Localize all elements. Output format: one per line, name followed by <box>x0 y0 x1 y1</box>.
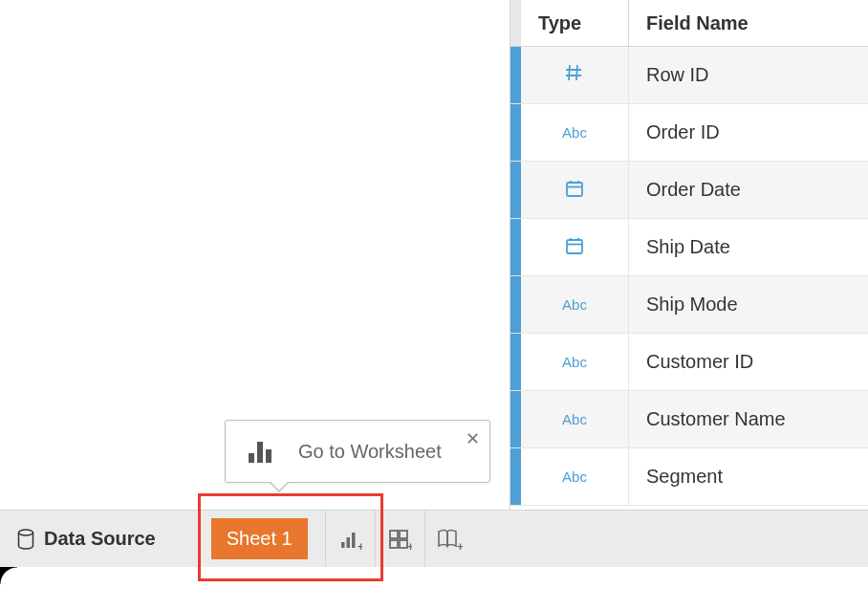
svg-rect-14 <box>400 531 407 538</box>
number-icon <box>565 63 584 87</box>
svg-point-8 <box>19 530 33 535</box>
go-to-worksheet-tooltip: Go to Worksheet ✕ <box>225 420 490 483</box>
new-story-button[interactable]: + <box>424 511 474 568</box>
table-row[interactable]: AbcSegment <box>510 448 868 506</box>
calendar-icon <box>565 179 584 202</box>
type-cell: Abc <box>521 276 629 333</box>
table-row[interactable]: Ship Date <box>510 219 868 276</box>
table-row[interactable]: AbcOrder ID <box>510 104 868 162</box>
field-name-cell: Customer ID <box>629 334 868 390</box>
column-header-field-name[interactable]: Field Name <box>629 0 868 46</box>
text-icon: Abc <box>562 354 587 370</box>
svg-rect-16 <box>400 540 407 548</box>
type-cell <box>521 219 629 275</box>
bar-chart-icon <box>245 438 277 465</box>
field-name-cell: Customer Name <box>629 391 868 447</box>
svg-rect-10 <box>347 537 351 548</box>
row-accent-bar <box>510 219 521 275</box>
table-row[interactable]: Order Date <box>510 162 868 219</box>
row-accent-bar <box>510 276 521 333</box>
svg-rect-21 <box>266 449 271 463</box>
field-name-cell: Order Date <box>629 162 868 218</box>
svg-rect-15 <box>390 540 398 548</box>
tooltip-text: Go to Worksheet <box>298 441 442 463</box>
field-name-cell: Ship Date <box>629 219 868 275</box>
type-cell: Abc <box>521 448 629 505</box>
svg-text:+: + <box>358 540 362 552</box>
data-source-label: Data Source <box>44 528 156 550</box>
svg-rect-13 <box>390 531 398 538</box>
svg-rect-9 <box>341 542 345 548</box>
svg-text:+: + <box>407 540 412 552</box>
table-header-row: Type Field Name <box>510 0 868 47</box>
new-story-icon: + <box>436 527 463 552</box>
new-worksheet-button[interactable]: + <box>325 511 375 568</box>
window-bottom-edge <box>0 567 868 610</box>
new-dashboard-button[interactable]: + <box>375 511 424 568</box>
row-accent-bar <box>510 162 521 218</box>
row-accent-bar <box>510 104 521 161</box>
table-row[interactable]: Row ID <box>510 47 868 104</box>
bottom-tab-bar: Data Source Sheet 1 + + + <box>0 510 868 567</box>
text-icon: Abc <box>562 468 587 485</box>
header-edge <box>510 0 521 46</box>
type-cell: Abc <box>521 334 629 390</box>
tooltip-arrow <box>269 482 290 492</box>
column-header-type[interactable]: Type <box>521 0 629 46</box>
database-icon <box>17 529 34 550</box>
table-row[interactable]: AbcCustomer Name <box>510 391 868 448</box>
field-name-cell: Row ID <box>629 47 868 103</box>
row-accent-bar <box>510 47 521 103</box>
type-cell: Abc <box>521 104 629 161</box>
type-cell <box>521 162 629 218</box>
field-list-table: Type Field Name Row IDAbcOrder IDOrder D… <box>510 0 868 510</box>
text-icon: Abc <box>562 411 587 427</box>
field-name-cell: Ship Mode <box>629 276 868 333</box>
svg-rect-19 <box>249 453 254 463</box>
row-accent-bar <box>510 448 521 505</box>
table-row[interactable]: AbcShip Mode <box>510 276 868 334</box>
text-icon: Abc <box>562 296 587 313</box>
field-name-cell: Order ID <box>629 104 868 161</box>
close-icon[interactable]: ✕ <box>466 428 480 449</box>
svg-rect-11 <box>352 533 356 548</box>
table-row[interactable]: AbcCustomer ID <box>510 334 868 391</box>
row-accent-bar <box>510 334 521 390</box>
type-cell: Abc <box>521 391 629 447</box>
data-source-tab[interactable]: Data Source <box>0 511 173 567</box>
svg-text:+: + <box>457 540 463 552</box>
row-accent-bar <box>510 391 521 447</box>
field-name-cell: Segment <box>629 448 868 505</box>
new-worksheet-icon: + <box>337 527 362 552</box>
sheet-tab-1[interactable]: Sheet 1 <box>211 518 308 559</box>
calendar-icon <box>565 236 584 259</box>
new-dashboard-icon: + <box>387 527 412 552</box>
svg-rect-0 <box>567 183 582 196</box>
type-cell <box>521 47 629 103</box>
svg-rect-4 <box>567 240 582 253</box>
text-icon: Abc <box>562 124 587 141</box>
svg-rect-20 <box>257 442 263 463</box>
